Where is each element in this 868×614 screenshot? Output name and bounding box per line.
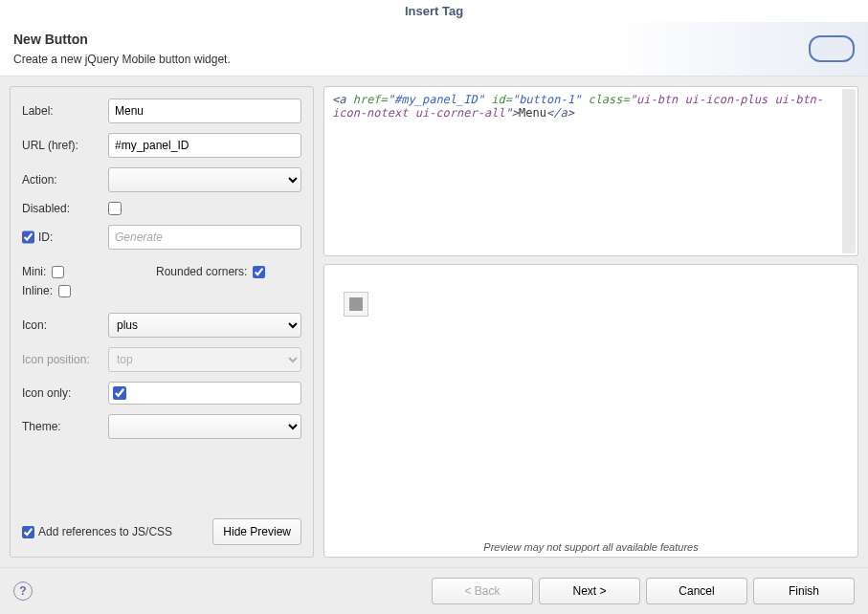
label-input[interactable] xyxy=(108,99,301,123)
icononly-checkbox[interactable] xyxy=(113,386,126,400)
theme-select[interactable] xyxy=(108,414,301,439)
disabled-checkbox[interactable] xyxy=(108,202,122,215)
action-label: Action: xyxy=(22,173,108,186)
icononly-label: Icon only: xyxy=(22,386,108,400)
next-button[interactable]: Next > xyxy=(539,578,640,604)
header-subheading: Create a new jQuery Mobile button widget… xyxy=(13,53,231,66)
hide-preview-button[interactable]: Hide Preview xyxy=(212,518,301,545)
dialog-title: Insert Tag xyxy=(0,0,868,22)
help-icon[interactable]: ? xyxy=(13,581,33,601)
code-preview[interactable]: <a href="#my_panel_ID" id="button-1" cla… xyxy=(323,86,858,256)
button-widget-icon xyxy=(809,35,855,62)
mini-label: Mini: xyxy=(22,265,46,278)
cancel-button[interactable]: Cancel xyxy=(646,578,747,604)
id-input[interactable] xyxy=(108,225,301,250)
inline-label: Inline: xyxy=(22,284,53,297)
iconpos-select: top xyxy=(108,347,301,372)
dialog-header: New Button Create a new jQuery Mobile bu… xyxy=(0,22,868,77)
live-preview: Preview may not support all available fe… xyxy=(323,264,858,558)
icon-select[interactable]: plus xyxy=(108,313,301,338)
rounded-label: Rounded corners: xyxy=(156,265,247,278)
finish-button[interactable]: Finish xyxy=(753,578,855,604)
id-label: ID: xyxy=(38,230,108,244)
iconpos-label: Icon position: xyxy=(22,353,108,366)
plus-icon xyxy=(349,297,363,311)
inline-checkbox[interactable] xyxy=(58,285,71,297)
mini-checkbox[interactable] xyxy=(52,266,64,278)
theme-label: Theme: xyxy=(22,420,108,433)
icon-label: Icon: xyxy=(22,318,108,332)
addrefs-label: Add references to JS/CSS xyxy=(38,525,172,538)
action-select[interactable] xyxy=(108,167,301,192)
url-label: URL (href): xyxy=(22,139,108,152)
id-checkbox[interactable] xyxy=(22,230,34,244)
preview-note: Preview may not support all available fe… xyxy=(324,541,857,553)
label-label: Label: xyxy=(22,104,108,118)
header-heading: New Button xyxy=(13,32,231,47)
rounded-checkbox[interactable] xyxy=(253,266,265,278)
url-input[interactable] xyxy=(108,133,301,158)
addrefs-checkbox[interactable] xyxy=(22,526,34,538)
disabled-label: Disabled: xyxy=(22,202,108,215)
back-button[interactable]: < Back xyxy=(432,578,533,604)
preview-button-widget[interactable] xyxy=(344,292,368,317)
code-scrollbar[interactable] xyxy=(842,89,856,253)
properties-form: Label: URL (href): Action: Disabled: ID: xyxy=(10,86,314,558)
